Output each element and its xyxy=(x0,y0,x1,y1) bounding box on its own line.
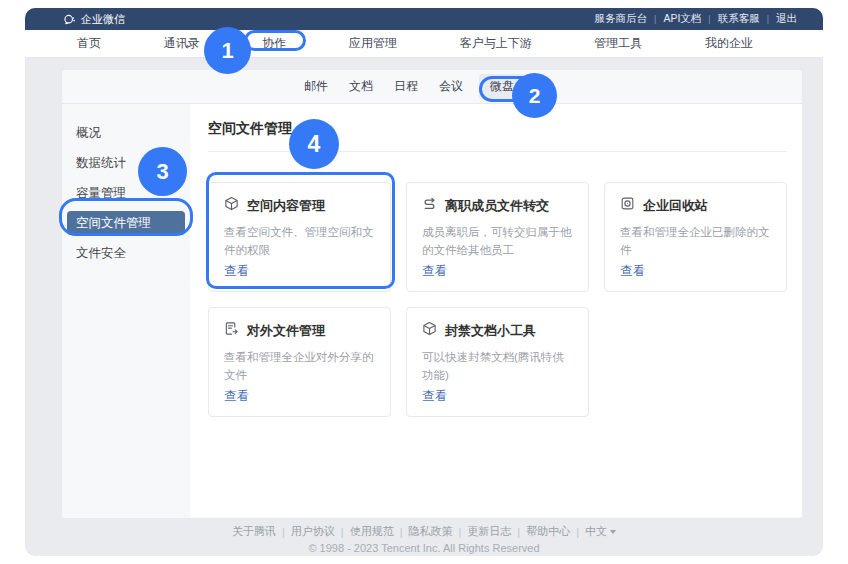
topbar: 企业微信 服务商后台 | API文档 | 联系客服 | 退出 xyxy=(25,8,823,30)
card-enterprise-recycle-bin[interactable]: 企业回收站 查看和管理全企业已删除的文件 查看 xyxy=(604,182,787,292)
subnav-item-meeting[interactable]: 会议 xyxy=(434,78,468,95)
footer-link-about-tencent[interactable]: 关于腾讯 xyxy=(232,524,276,539)
footer-link-privacy-policy[interactable]: 隐私政策 xyxy=(409,524,453,539)
annotation-step-2-badge: 2 xyxy=(512,73,557,118)
ban-doc-icon xyxy=(422,321,437,340)
view-link[interactable]: 查看 xyxy=(224,263,249,280)
card-departed-member-file-transfer[interactable]: 离职成员文件转交 成员离职后，可转交归属于他的文件给其他员工 查看 xyxy=(406,182,589,292)
divider: | xyxy=(459,526,462,538)
topbar-link-provider-console[interactable]: 服务商后台 xyxy=(595,12,648,26)
annotation-step-1-badge: 1 xyxy=(204,27,251,74)
divider: | xyxy=(517,526,520,538)
card-title: 离职成员文件转交 xyxy=(445,197,549,215)
subnav-item-docs[interactable]: 文档 xyxy=(344,78,378,95)
nav-item-customers-upstream-downstream[interactable]: 客户与上下游 xyxy=(460,35,532,52)
nav-item-contacts[interactable]: 通讯录 xyxy=(164,35,200,52)
recycle-bin-icon xyxy=(620,196,635,215)
view-link[interactable]: 查看 xyxy=(422,263,447,280)
annotation-step-3-badge: 3 xyxy=(138,147,187,196)
card-external-file-management[interactable]: 对外文件管理 查看和管理全企业对外分享的文件 查看 xyxy=(208,307,391,417)
footer-link-user-agreement[interactable]: 用户协议 xyxy=(291,524,335,539)
view-link[interactable]: 查看 xyxy=(422,388,447,405)
footer-link-help-center[interactable]: 帮助中心 xyxy=(526,524,570,539)
topbar-link-contact-support[interactable]: 联系客服 xyxy=(718,12,760,26)
footer-link-changelog[interactable]: 更新日志 xyxy=(467,524,511,539)
nav-item-admin-tools[interactable]: 管理工具 xyxy=(594,35,642,52)
card-description: 查看和管理全企业对外分享的文件 xyxy=(224,349,375,385)
subnav-item-calendar[interactable]: 日程 xyxy=(389,78,423,95)
language-selector[interactable]: 中文 xyxy=(585,524,616,539)
card-description: 查看和管理全企业已删除的文件 xyxy=(620,224,771,260)
footer-links: 关于腾讯 | 用户协议 | 使用规范 | 隐私政策 | 更新日志 | 帮助中心 … xyxy=(25,524,823,539)
brand-label: 企业微信 xyxy=(81,12,125,27)
admin-console-window: 企业微信 服务商后台 | API文档 | 联系客服 | 退出 首页 通讯录 协作… xyxy=(25,8,823,556)
wecom-logo-icon xyxy=(63,13,76,26)
divider: | xyxy=(654,14,656,24)
annotation-step-4-badge: 4 xyxy=(289,119,339,169)
card-document-ban-tool[interactable]: 封禁文档小工具 可以快速封禁文档(腾讯特供功能) 查看 xyxy=(406,307,589,417)
cube-icon xyxy=(224,196,239,215)
caret-down-icon xyxy=(610,530,616,534)
card-description: 查看空间文件、管理空间和文件的权限 xyxy=(224,224,375,260)
subnav-item-mail[interactable]: 邮件 xyxy=(299,78,333,95)
card-title: 企业回收站 xyxy=(643,197,708,215)
view-link[interactable]: 查看 xyxy=(224,388,249,405)
sidebar-item-overview[interactable]: 概况 xyxy=(62,118,190,148)
nav-item-home[interactable]: 首页 xyxy=(77,35,101,52)
topbar-link-logout[interactable]: 退出 xyxy=(776,12,797,26)
divider: | xyxy=(708,14,710,24)
share-doc-icon xyxy=(224,321,239,340)
card-description: 可以快速封禁文档(腾讯特供功能) xyxy=(422,349,573,385)
feature-cards: 空间内容管理 查看空间文件、管理空间和文件的权限 查看 xyxy=(208,182,787,417)
nav-item-my-enterprise[interactable]: 我的企业 xyxy=(705,35,753,52)
card-title: 封禁文档小工具 xyxy=(445,322,536,340)
brand[interactable]: 企业微信 xyxy=(63,12,125,27)
divider: | xyxy=(341,526,344,538)
screenshot-root: 企业微信 服务商后台 | API文档 | 联系客服 | 退出 首页 通讯录 协作… xyxy=(0,0,848,564)
copyright: © 1998 - 2023 Tencent Inc. All Rights Re… xyxy=(25,542,823,554)
divider: | xyxy=(576,526,579,538)
nav-item-collaboration[interactable]: 协作 xyxy=(262,35,286,52)
main-content: 空间文件管理 空间内容管理 xyxy=(190,104,802,517)
sidebar-item-file-security[interactable]: 文件安全 xyxy=(62,238,190,268)
view-link[interactable]: 查看 xyxy=(620,263,645,280)
divider: | xyxy=(767,14,769,24)
transfer-icon xyxy=(422,196,437,215)
nav-item-app-management[interactable]: 应用管理 xyxy=(349,35,397,52)
card-title: 空间内容管理 xyxy=(247,197,325,215)
collaboration-subnav: 邮件 文档 日程 会议 微盘 xyxy=(62,70,802,104)
main-nav: 首页 通讯录 协作 应用管理 客户与上下游 管理工具 我的企业 xyxy=(25,30,823,58)
footer-link-usage-policy[interactable]: 使用规范 xyxy=(350,524,394,539)
card-space-content-management[interactable]: 空间内容管理 查看空间文件、管理空间和文件的权限 查看 xyxy=(208,182,391,292)
card-description: 成员离职后，可转交归属于他的文件给其他员工 xyxy=(422,224,573,260)
topbar-links: 服务商后台 | API文档 | 联系客服 | 退出 xyxy=(595,12,797,26)
topbar-link-api-docs[interactable]: API文档 xyxy=(663,12,701,26)
card-title: 对外文件管理 xyxy=(247,322,325,340)
sidebar-item-space-file-management[interactable]: 空间文件管理 xyxy=(67,211,185,235)
divider: | xyxy=(282,526,285,538)
footer: 关于腾讯 | 用户协议 | 使用规范 | 隐私政策 | 更新日志 | 帮助中心 … xyxy=(25,524,823,554)
content-panel: 邮件 文档 日程 会议 微盘 概况 数据统计 容量管理 空间文件管理 文件安全 … xyxy=(62,70,802,518)
divider: | xyxy=(400,526,403,538)
